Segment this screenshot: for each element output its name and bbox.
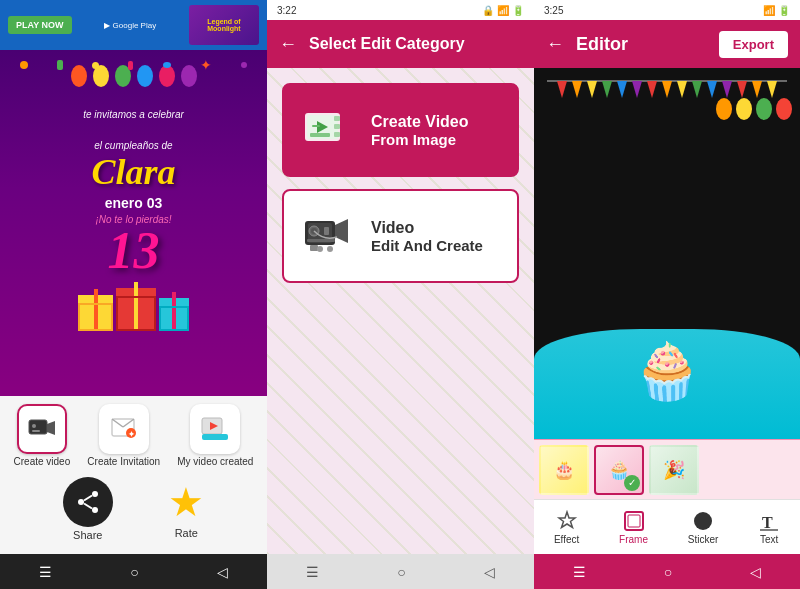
panel3-status-icons: 📶 🔋 (763, 5, 790, 16)
panel3-menu-icon[interactable]: ☰ (573, 564, 586, 580)
camera-film-svg (302, 103, 357, 158)
panel3-home-icon[interactable]: ○ (664, 564, 672, 580)
confetti-dot (57, 60, 63, 70)
cupcake-display: 🧁 (534, 339, 800, 404)
home-icon[interactable]: ○ (130, 564, 138, 580)
video-camera-svg (27, 414, 57, 444)
panel2-content: Create Video From Image (267, 68, 534, 554)
share-rate-row: Share ★ Rate (5, 472, 262, 546)
svg-marker-36 (557, 81, 567, 98)
menu-nav-icon[interactable]: ☰ (306, 564, 319, 580)
svg-rect-23 (310, 133, 330, 137)
video-edit-create-icon (299, 206, 359, 266)
create-video-from-image-icon (299, 100, 359, 160)
video-edit-create-text: Video Edit And Create (371, 219, 483, 254)
panel2-back-button[interactable]: ← (279, 34, 297, 55)
create-video-button[interactable]: Create video (14, 404, 71, 467)
menu-icon[interactable]: ☰ (39, 564, 52, 580)
svg-marker-39 (602, 81, 612, 98)
panel3-signal-icon: 📶 (763, 5, 775, 16)
create-video-title: Create Video (371, 113, 469, 131)
create-invitation-icon: ✦ (99, 404, 149, 454)
rate-label: Rate (175, 527, 198, 539)
confetti-star: ✦ (200, 57, 212, 73)
thumbnail-check-icon: ✓ (624, 475, 640, 491)
svg-rect-22 (334, 132, 340, 137)
svg-rect-52 (628, 515, 640, 527)
panel2-status-bar: 3:22 🔒 📶 🔋 (267, 0, 534, 20)
svg-marker-44 (677, 81, 687, 98)
lock-icon: 🔒 (482, 5, 494, 16)
panel1-nav: ☰ ○ ◁ (0, 554, 267, 589)
google-play-label: ▶ Google Play (104, 21, 156, 30)
thumbnail-item[interactable]: 🎂 (539, 445, 589, 495)
cupcake-emoji: 🧁 (633, 339, 702, 404)
canvas-cupcake-area: 🧁 (534, 329, 800, 439)
svg-marker-38 (587, 81, 597, 98)
create-video-subtitle: From Image (371, 131, 469, 148)
rate-button[interactable]: ★ Rate (168, 479, 204, 539)
panel-select-category: 3:22 🔒 📶 🔋 ← Select Edit Category (267, 0, 534, 589)
share-button[interactable]: Share (63, 477, 113, 541)
confetti-dot (241, 62, 247, 68)
panel3-back-button[interactable]: ← (546, 34, 564, 55)
svg-point-12 (92, 491, 98, 497)
create-invitation-button[interactable]: ✦ Create Invitation (87, 404, 160, 467)
svg-text:✦: ✦ (127, 430, 134, 439)
action-icons-row: Create video ✦ Create Invitation (5, 404, 262, 467)
svg-marker-48 (737, 81, 747, 98)
my-video-button[interactable]: My video created (177, 404, 253, 467)
svg-point-34 (327, 246, 333, 252)
ad-banner: PLAY NOW ▶ Google Play Legend ofMoonligh… (0, 0, 267, 50)
video-edit-create-card[interactable]: Video Edit And Create (282, 189, 519, 283)
gift-red (116, 282, 156, 331)
export-button[interactable]: Export (719, 31, 788, 58)
effect-tool[interactable]: Effect (554, 510, 579, 545)
create-invitation-label: Create Invitation (87, 456, 160, 467)
confetti-dot (20, 61, 28, 69)
panel3-back-icon[interactable]: ◁ (750, 564, 761, 580)
signal-icon: 📶 (497, 5, 509, 16)
panel3-status-bar: 3:25 📶 🔋 (534, 0, 800, 20)
svg-marker-41 (632, 81, 642, 98)
editor-toolbar: Effect Frame Sticker T Text (534, 499, 800, 554)
svg-marker-1 (47, 421, 55, 435)
frame-tool[interactable]: Frame (619, 510, 648, 545)
sticker-tool[interactable]: Sticker (688, 510, 719, 545)
frame-icon (623, 510, 645, 532)
share-icon (63, 477, 113, 527)
svg-point-14 (78, 499, 84, 505)
balloon-red (71, 65, 87, 87)
gifts-decoration (78, 282, 189, 331)
svg-rect-2 (32, 430, 40, 432)
svg-marker-45 (692, 81, 702, 98)
panel-editor: 3:25 📶 🔋 ← Editor Export (534, 0, 800, 589)
panel3-header: ← Editor Export (534, 20, 800, 68)
thumbnail-item[interactable]: 🎉 (649, 445, 699, 495)
play-now-button[interactable]: PLAY NOW (8, 16, 72, 34)
svg-marker-40 (617, 81, 627, 98)
svg-rect-31 (307, 239, 335, 242)
video-edit-title: Video (371, 219, 483, 237)
thumbnail-item-selected[interactable]: 🧁 ✓ (594, 445, 644, 495)
video-camera-fancy-svg (302, 209, 357, 264)
create-video-from-image-card[interactable]: Create Video From Image (282, 83, 519, 177)
invitation-subtext: el cumpleaños de (94, 140, 172, 151)
svg-marker-37 (572, 81, 582, 98)
canvas-scene: 🧁 (534, 68, 800, 439)
status-time: 3:22 (277, 5, 296, 16)
sticker-label: Sticker (688, 534, 719, 545)
text-label: Text (760, 534, 778, 545)
confetti-dot (92, 62, 99, 69)
home-nav-icon[interactable]: ○ (397, 564, 405, 580)
svg-point-3 (32, 424, 36, 428)
effect-label: Effect (554, 534, 579, 545)
back-nav-icon[interactable]: ◁ (217, 564, 228, 580)
create-video-from-image-text: Create Video From Image (371, 113, 469, 148)
svg-rect-21 (334, 124, 340, 129)
back-nav-icon[interactable]: ◁ (484, 564, 495, 580)
svg-rect-11 (202, 434, 228, 440)
sticker-icon (692, 510, 714, 532)
gift-teal (159, 292, 189, 331)
text-tool[interactable]: T Text (758, 510, 780, 545)
